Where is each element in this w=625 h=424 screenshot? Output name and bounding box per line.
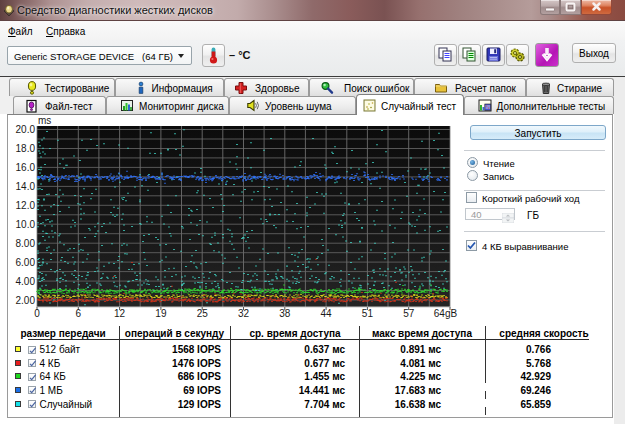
svg-text:2.00: 2.00 bbox=[16, 295, 36, 306]
svg-text:51: 51 bbox=[362, 308, 374, 319]
svg-text:0: 0 bbox=[34, 308, 40, 319]
svg-text:6.00: 6.00 bbox=[16, 257, 36, 268]
svg-text:18.0: 18.0 bbox=[16, 143, 36, 154]
svg-text:19: 19 bbox=[155, 308, 167, 319]
svg-text:38: 38 bbox=[279, 308, 291, 319]
svg-text:8.00: 8.00 bbox=[16, 238, 36, 249]
svg-text:44: 44 bbox=[321, 308, 333, 319]
svg-text:20.0: 20.0 bbox=[16, 124, 36, 135]
svg-text:16.0: 16.0 bbox=[16, 162, 36, 173]
svg-text:6: 6 bbox=[76, 308, 82, 319]
svg-text:25: 25 bbox=[197, 308, 209, 319]
svg-text:64gB: 64gB bbox=[434, 308, 458, 319]
svg-text:4.00: 4.00 bbox=[16, 276, 36, 287]
svg-text:57: 57 bbox=[403, 308, 415, 319]
svg-text:ms: ms bbox=[38, 115, 51, 126]
svg-text:10.0: 10.0 bbox=[16, 219, 36, 230]
svg-text:12: 12 bbox=[114, 308, 126, 319]
svg-text:32: 32 bbox=[238, 308, 250, 319]
svg-text:12.0: 12.0 bbox=[16, 200, 36, 211]
svg-text:14.0: 14.0 bbox=[16, 181, 36, 192]
